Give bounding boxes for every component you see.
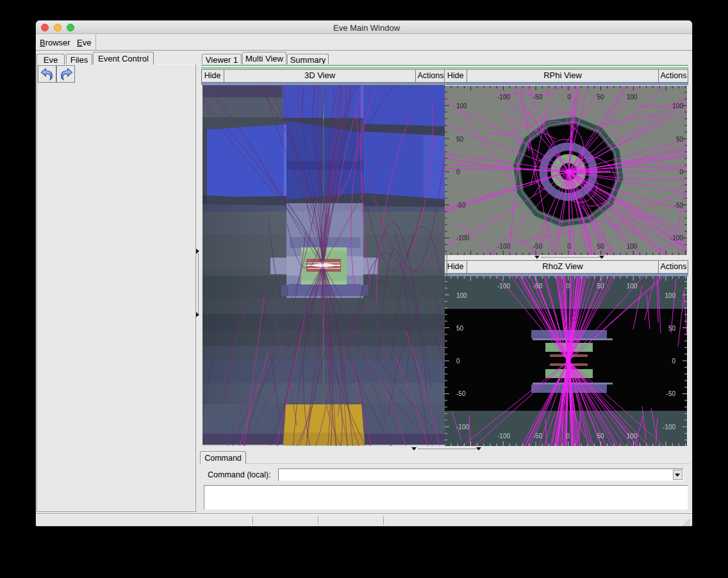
svg-text:100: 100 — [456, 292, 467, 299]
svg-text:100: 100 — [627, 433, 638, 440]
svg-text:50: 50 — [597, 283, 604, 290]
svg-text:-100: -100 — [497, 94, 510, 101]
svg-text:-100: -100 — [456, 235, 469, 242]
svg-text:0: 0 — [566, 433, 570, 440]
svg-text:100: 100 — [627, 243, 638, 250]
svg-text:0: 0 — [456, 358, 460, 365]
svg-text:-50: -50 — [456, 390, 466, 397]
svg-text:100: 100 — [672, 103, 683, 110]
svg-text:100: 100 — [665, 292, 675, 299]
svg-text:50: 50 — [676, 136, 684, 143]
svg-text:-100: -100 — [663, 424, 675, 431]
svg-text:100: 100 — [627, 94, 638, 101]
svg-text:0: 0 — [567, 94, 571, 101]
svg-text:-100: -100 — [670, 235, 683, 242]
svg-text:50: 50 — [456, 136, 464, 143]
svg-text:-50: -50 — [533, 283, 543, 290]
svg-text:-50: -50 — [674, 202, 684, 209]
svg-text:-50: -50 — [533, 433, 543, 440]
svg-text:100: 100 — [627, 283, 638, 290]
svg-text:0: 0 — [679, 169, 683, 176]
svg-text:-50: -50 — [533, 94, 543, 101]
svg-text:-50: -50 — [666, 390, 676, 397]
svg-text:-100: -100 — [456, 424, 469, 431]
svg-text:50: 50 — [597, 433, 604, 440]
svg-text:0: 0 — [566, 283, 570, 290]
svg-text:50: 50 — [597, 243, 604, 250]
svg-text:50: 50 — [668, 325, 676, 332]
svg-text:50: 50 — [597, 94, 604, 101]
svg-text:100: 100 — [456, 103, 467, 110]
svg-text:-100: -100 — [497, 433, 510, 440]
svg-text:50: 50 — [456, 325, 464, 332]
svg-text:0: 0 — [672, 358, 675, 365]
svg-text:-100: -100 — [497, 283, 510, 290]
svg-text:0: 0 — [456, 169, 460, 176]
svg-text:-50: -50 — [456, 202, 466, 209]
svg-text:-100: -100 — [497, 243, 510, 250]
svg-text:0: 0 — [567, 243, 571, 250]
svg-text:-50: -50 — [533, 243, 543, 250]
